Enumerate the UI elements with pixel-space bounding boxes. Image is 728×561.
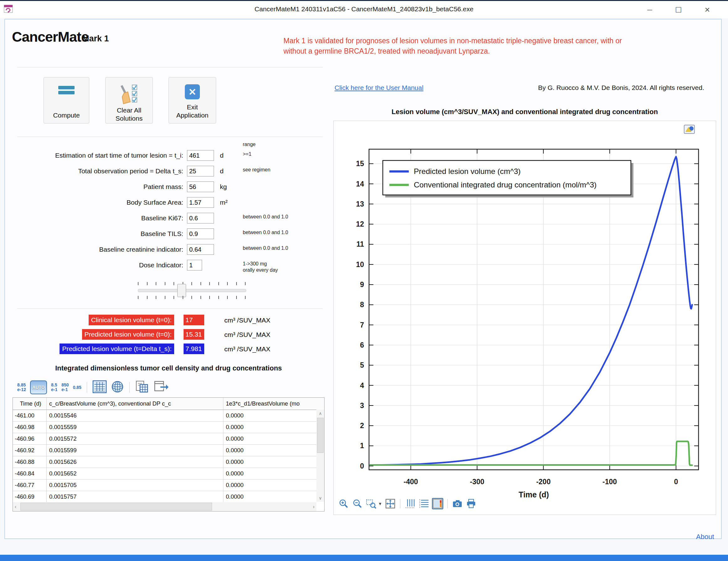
svg-text:13: 13 [356,200,364,208]
slider-tick [174,296,174,299]
vertical-scroll-thumb[interactable] [317,418,324,453]
field-input[interactable] [187,228,214,239]
table-row[interactable]: -460.920.00155990.0000 [13,445,316,456]
result-unit: cm³ /SUV_MAX [224,329,270,340]
field-input[interactable] [187,244,214,255]
clear-all-solutions-button[interactable]: Clear All Solutions [105,77,153,123]
field-range-hint: >=1 [243,151,252,157]
snapshot-camera-icon[interactable] [452,498,463,509]
scroll-left-icon[interactable]: ‹ [15,502,16,511]
scroll-right-icon[interactable]: › [313,502,315,511]
field-range-hint: between 0.0 and 1.0 [243,245,288,251]
svg-text:-400: -400 [403,478,418,486]
zoom-extents-icon[interactable] [385,498,396,509]
svg-text:0: 0 [674,478,678,486]
table-cell: 0.0000 [223,491,316,502]
field-input[interactable] [187,213,214,223]
field-input[interactable] [187,181,214,192]
dose-slider-track[interactable] [138,289,246,292]
polar-globe-icon[interactable] [111,380,124,395]
slider-tick [138,282,138,285]
format-full-precision[interactable]: 8.85 e-12 [17,383,26,392]
lesion-volume-chart: 0123456789101112131415-400-300-200-1000T… [334,121,716,516]
toolbar-separator [447,499,448,508]
close-button[interactable]: ✕ [700,5,714,15]
table-cell: -461.00 [13,410,47,421]
copy-table-icon[interactable] [135,380,149,395]
field-range-hint: see regimen [243,167,270,173]
about-link[interactable]: About [696,533,714,541]
table-cell: 0.0000 [223,445,316,456]
separator [17,309,323,309]
slider-tick [191,296,192,299]
slider-tick [156,296,156,299]
table-horizontal-scrollbar[interactable]: ‹ › [13,502,316,511]
exit-x-icon: ✕ [185,84,200,99]
zoom-out-icon[interactable] [352,498,363,509]
field-input[interactable] [187,197,214,208]
field-label: Baseline Ki67: [13,212,183,224]
legend-toggle-icon[interactable] [432,498,443,509]
table-cell: 0.0015652 [47,468,223,479]
result-label: Predicted lesion volume (t=Delta t_s): [13,344,174,354]
table-row[interactable]: -461.000.00155460.0000 [13,410,316,422]
table-row[interactable]: -460.880.00156260.0000 [13,456,316,468]
dose-slider-handle[interactable] [177,284,186,297]
minimize-button[interactable]: ─ [643,5,657,15]
svg-text:3: 3 [360,402,364,410]
table-cell: 0.0015757 [47,491,223,502]
plot-window-icon[interactable] [684,125,695,135]
scroll-down-icon[interactable]: ∨ [316,496,324,501]
field-input[interactable] [187,260,202,270]
table-row[interactable]: -460.980.00155590.0000 [13,422,316,433]
table-row[interactable]: -460.770.00157050.0000 [13,480,316,491]
exit-application-button[interactable]: ✕ Exit Application [169,77,216,123]
copyright-text: By G. Ruocco & M.V. De Bonis, 2024. All … [538,84,704,91]
compute-equals-icon [58,84,75,96]
table-cell: 0.0015559 [47,422,223,433]
table-row[interactable]: -460.840.00156520.0000 [13,468,316,480]
zoom-dropdown-icon[interactable]: ▼ [378,501,382,506]
zoom-in-icon[interactable] [338,498,349,509]
format-decimal[interactable]: 0.85 [73,385,81,390]
table-display-icon[interactable] [92,380,107,395]
toolbar-separator [400,499,400,508]
slider-tick [245,296,246,299]
slider-tick [236,282,237,285]
field-input[interactable] [187,150,214,161]
maximize-button[interactable]: ☐ [672,5,685,15]
table-row[interactable]: -460.960.00155720.0000 [13,433,316,445]
horizontal-scroll-thumb[interactable] [20,503,212,511]
result-label: Predicted lesion volume (t=0): [13,329,174,340]
compute-button[interactable]: Compute [44,77,89,123]
x-grid-icon[interactable] [404,498,416,509]
format-engineering[interactable]: 850 e-1 [61,383,69,392]
slider-tick [165,296,165,299]
result-value: 15.31 [184,329,204,340]
field-label: Total observation period = Delta t_s: [13,165,183,177]
y-grid-icon[interactable] [418,498,429,509]
field-range-hint: between 0.0 and 1.0 [243,214,288,220]
svg-text:-100: -100 [602,478,617,486]
slider-tick [165,282,165,285]
field-input[interactable] [187,166,214,176]
app-version-label: Mark 1 [82,34,109,44]
print-icon[interactable] [465,498,477,509]
slider-tick [227,296,228,299]
slider-tick [245,282,246,285]
format-scientific[interactable]: 8.5 e-1 [51,383,57,392]
separator [17,67,323,67]
table-row[interactable]: -460.690.00157570.0000 [13,491,316,503]
column-header: c_c/BreastVolume (cm^3), conventional DP… [47,398,223,410]
scroll-up-icon[interactable]: ∧ [316,411,324,416]
table-vertical-scrollbar[interactable]: ∧ ∨ [316,410,324,502]
user-manual-link[interactable]: Click here for the User Manual [335,84,424,91]
export-table-icon[interactable] [153,380,169,395]
zoom-box-icon[interactable] [366,498,377,509]
slider-tick [147,296,148,299]
slider-tick [183,296,183,299]
format-auto-button[interactable]: AUTO [30,381,47,394]
titlebar: CancerMateM1 240311v1aC56 - CancerMateM1… [0,1,728,18]
slider-tick [236,296,237,299]
clear-button-label: Clear All Solutions [116,106,143,122]
